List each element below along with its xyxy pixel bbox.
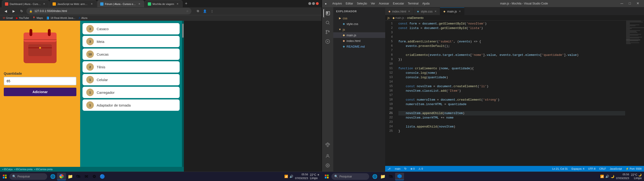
vscode-maximize[interactable]: □ bbox=[627, 2, 633, 6]
menu-icon[interactable]: ⋮ bbox=[209, 8, 215, 14]
tab-1[interactable]: Dashboard | Alura - Cursos onlin... ✕ bbox=[2, 0, 49, 7]
list-item: 1 Celular bbox=[82, 74, 180, 85]
status-eol[interactable]: CRLF bbox=[599, 167, 606, 170]
start-button[interactable] bbox=[0, 172, 10, 181]
menu-executar[interactable]: Executar bbox=[393, 2, 404, 5]
menu-ajuda[interactable]: Ajuda bbox=[422, 2, 430, 5]
tab-style-css[interactable]: ◆ style.css ✕ bbox=[414, 8, 440, 15]
taskbar-store-r[interactable]: 🛍 bbox=[387, 173, 394, 180]
tab-3[interactable]: Fórum | Alura - Cursos online de... ✕ bbox=[97, 0, 144, 7]
taskbar-vscode[interactable]: 🔵 bbox=[98, 173, 106, 180]
scroll-thumb[interactable] bbox=[182, 24, 184, 38]
tab-main-js-close[interactable]: ✕ bbox=[459, 10, 461, 13]
close-button[interactable]: ✕ bbox=[316, 2, 319, 5]
vscode-window-title: main.js - Mochila - Visual Studio Code bbox=[500, 2, 548, 5]
code-content[interactable]: const form = document.getElementById('no… bbox=[396, 20, 625, 166]
bookmark-java[interactable]: 📘 18 Real-World Java... bbox=[46, 16, 76, 20]
tab-index-html[interactable]: ◆ index.html ✕ bbox=[385, 8, 414, 15]
editor-area: ◆ index.html ✕ ◆ style.css ✕ ◆ bbox=[385, 7, 644, 172]
menu-acessar[interactable]: Acessar bbox=[379, 2, 389, 5]
file-readme[interactable]: ◆ README.md bbox=[333, 44, 385, 49]
maximize-button[interactable]: □ bbox=[312, 2, 315, 5]
refresh-button[interactable]: ↻ bbox=[18, 8, 25, 14]
status-language[interactable]: JavaScript bbox=[610, 167, 622, 170]
tab-3-close[interactable]: ✕ bbox=[138, 2, 141, 6]
add-button[interactable]: Adicionar bbox=[4, 88, 76, 96]
menu-selecao[interactable]: Seleção bbox=[357, 2, 367, 5]
taskbar-settings[interactable]: ⚙ bbox=[90, 173, 98, 180]
minimap-line bbox=[626, 26, 630, 27]
minimize-button[interactable]: ─ bbox=[308, 2, 311, 5]
vscode-minimize[interactable]: ─ bbox=[618, 2, 625, 6]
extensions-icon[interactable] bbox=[324, 140, 332, 149]
tab-index-html-close[interactable]: ✕ bbox=[408, 10, 410, 13]
menu-editar[interactable]: Editar bbox=[346, 2, 353, 5]
status-encoding[interactable]: UTF-8 bbox=[588, 167, 596, 170]
code-line-21: novoItem.appendChild(numeroItem) bbox=[398, 111, 625, 116]
search-icon[interactable] bbox=[324, 18, 332, 27]
menu-arquivo[interactable]: Arquivo bbox=[332, 2, 342, 5]
tab-4[interactable]: Mochila de viagem ✕ bbox=[145, 0, 182, 7]
back-button[interactable]: ◀ bbox=[2, 8, 9, 14]
line-num-10: 10 bbox=[385, 62, 396, 66]
extensions-icon[interactable]: ⧉ bbox=[195, 8, 201, 14]
tab-style-css-close[interactable]: ✕ bbox=[434, 10, 436, 13]
bookmark-alura[interactable]: A Alura bbox=[79, 16, 88, 19]
profile-icon[interactable]: 👤 bbox=[202, 8, 208, 14]
address-bar[interactable]: 🔒 127.0.0.1:5500/index.html ☆ bbox=[26, 8, 192, 14]
quantity-input[interactable] bbox=[4, 77, 76, 85]
debug-icon[interactable] bbox=[324, 37, 332, 46]
tab-main-js[interactable]: ◆ main.js ✕ bbox=[440, 8, 464, 15]
menu-terminal[interactable]: Terminal bbox=[408, 2, 418, 5]
start-button-r[interactable] bbox=[322, 172, 332, 181]
status-position[interactable]: Ln 21, Col 31 bbox=[552, 167, 568, 170]
code-editor[interactable]: 1 2 3 4 5 6 7 8 9 10 11 bbox=[385, 20, 644, 166]
clock-r[interactable]: 05:56 07/03/2023 bbox=[616, 173, 629, 180]
status-sync-icon[interactable]: ↻ bbox=[404, 167, 407, 170]
bookmark-maps[interactable]: 📍 Maps bbox=[32, 16, 43, 20]
taskbar-edge-r[interactable]: 🌐 bbox=[371, 173, 378, 180]
star-icon[interactable]: ☆ bbox=[186, 10, 188, 13]
network-icon[interactable]: 📶 bbox=[284, 175, 288, 178]
taskbar-store[interactable]: 🛍 bbox=[74, 173, 82, 180]
volume-icon-r[interactable]: 🔊 bbox=[605, 175, 609, 178]
tab-1-close[interactable]: ✕ bbox=[42, 2, 46, 6]
status-branch-icon: ⎇ bbox=[388, 167, 390, 170]
account-icon[interactable] bbox=[324, 152, 332, 160]
taskbar-vscode-app[interactable] bbox=[395, 173, 404, 180]
clock[interactable]: 05:56 07/03/2023 bbox=[295, 173, 308, 180]
tab-4-close[interactable]: ✕ bbox=[176, 2, 180, 6]
tab-2[interactable]: JavaScript na Web: armazenand... ✕ bbox=[50, 0, 97, 7]
file-index-html[interactable]: ◆ index.html bbox=[333, 38, 385, 44]
minimap-line bbox=[626, 35, 638, 36]
taskbar-chrome[interactable] bbox=[57, 173, 66, 180]
tab-2-close[interactable]: ✕ bbox=[90, 2, 94, 6]
settings-icon[interactable] bbox=[324, 161, 332, 170]
file-style-css[interactable]: ◆ style.css bbox=[333, 21, 385, 27]
folder-js[interactable]: ▼ js bbox=[333, 27, 385, 32]
vscode-close[interactable]: ✕ bbox=[634, 2, 641, 6]
scrollbar[interactable] bbox=[182, 21, 184, 167]
git-icon[interactable] bbox=[324, 28, 332, 36]
explorer-icon[interactable] bbox=[324, 9, 332, 18]
taskbar-search-r[interactable]: 🔍 Pesquisar bbox=[332, 173, 369, 180]
taskbar-explorer-r[interactable]: 📁 bbox=[379, 173, 386, 180]
bookmark-youtube[interactable]: ▶ YouTube bbox=[16, 16, 29, 20]
folder-css[interactable]: ▶ css bbox=[333, 15, 385, 21]
volume-icon[interactable]: 🔊 bbox=[290, 175, 293, 178]
taskbar-search[interactable]: 🔍 Pesquisar bbox=[10, 173, 47, 180]
new-tab-button[interactable]: + bbox=[183, 0, 190, 7]
menu-ver[interactable]: Ver bbox=[371, 2, 375, 5]
item-quantity-badge: 3 bbox=[86, 38, 94, 45]
bookmark-gmail[interactable]: M Gmail bbox=[3, 16, 13, 19]
forward-button[interactable]: ▶ bbox=[10, 8, 17, 14]
network-icon-r[interactable]: 📶 bbox=[600, 175, 604, 178]
editor-tabs: ◆ index.html ✕ ◆ style.css ✕ ◆ bbox=[385, 7, 644, 15]
taskbar-explorer[interactable]: 📁 bbox=[66, 173, 74, 180]
taskbar-edge[interactable]: 🌐 bbox=[49, 173, 56, 180]
file-main-js[interactable]: ◆ main.js bbox=[333, 32, 385, 38]
taskbar-mail[interactable]: ✉ bbox=[82, 173, 90, 180]
status-errors[interactable]: ⊗ 0 bbox=[410, 167, 415, 170]
status-warnings[interactable]: ⚠ 0 bbox=[418, 167, 423, 170]
status-spaces[interactable]: Espaços: 4 bbox=[572, 167, 584, 170]
